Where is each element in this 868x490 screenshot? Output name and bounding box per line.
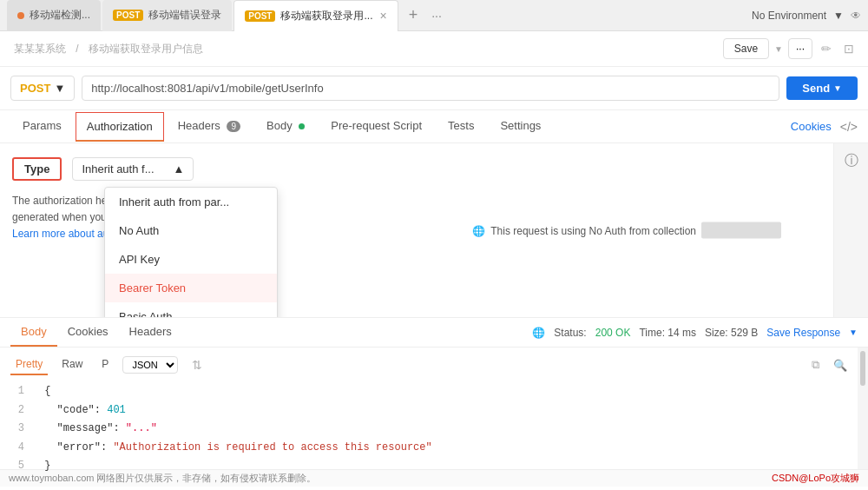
collection-name: 某某某测试系统 xyxy=(701,222,781,239)
nav-tabs: Params Authorization Headers 9 Body Pre-… xyxy=(0,110,868,143)
code-line-4: 4 "error": "Authorization is required to… xyxy=(10,439,847,458)
tab-authorization[interactable]: Authorization xyxy=(76,112,164,142)
tab-2[interactable]: POST 移动端错误登录 xyxy=(102,0,232,31)
tab-2-method: POST xyxy=(113,10,143,21)
bottom-tab-cookies-label: Cookies xyxy=(68,325,108,338)
method-label: POST xyxy=(20,82,50,95)
format-select[interactable]: JSON xyxy=(122,356,178,374)
tab-1[interactable]: 移动端检测... xyxy=(7,0,101,31)
save-button[interactable]: Save xyxy=(723,38,769,59)
bottom-tab-headers[interactable]: Headers xyxy=(119,318,182,347)
env-dropdown-arrow[interactable]: ▼ xyxy=(833,10,844,22)
url-input[interactable] xyxy=(82,76,779,101)
response-area: Pretty Raw P JSON ⇅ ⧉ 🔍 1 { xyxy=(0,348,868,469)
method-arrow: ▼ xyxy=(54,82,65,95)
bottom-tab-body[interactable]: Body xyxy=(10,318,57,347)
dropdown-item-api-key[interactable]: API Key xyxy=(105,245,277,274)
bottom-tab-headers-label: Headers xyxy=(129,325,172,338)
resp-format-icon[interactable]: ⇅ xyxy=(192,358,202,372)
info-icon[interactable]: ⓘ xyxy=(845,152,858,170)
more-button[interactable]: ··· xyxy=(788,38,812,59)
response-tabs: Pretty Raw P JSON ⇅ ⧉ 🔍 xyxy=(10,354,847,375)
edit-button[interactable]: ✏ xyxy=(818,40,835,57)
auth-type-dropdown-menu: Inherit auth from par... No Auth API Key… xyxy=(104,187,278,317)
dropdown-item-no-auth[interactable]: No Auth xyxy=(105,216,277,245)
tab-settings-label: Settings xyxy=(500,119,541,132)
cookies-link[interactable]: Cookies xyxy=(791,120,832,133)
csdn-watermark: CSDN@LoPo攻城狮 xyxy=(772,472,859,485)
scroll-thumb[interactable] xyxy=(860,351,865,386)
status-ok: 200 OK xyxy=(595,327,631,339)
globe-icon-status: 🌐 xyxy=(532,327,545,339)
tab-dot xyxy=(17,12,24,19)
resp-tab-pretty[interactable]: Pretty xyxy=(10,354,48,375)
type-dropdown-value: Inherit auth f... xyxy=(82,162,154,175)
breadcrumb: 某某某系统 / 移动端获取登录用户信息 xyxy=(10,42,207,56)
code-icon[interactable]: </> xyxy=(840,120,858,134)
tab-settings[interactable]: Settings xyxy=(488,110,553,142)
method-select[interactable]: POST ▼ xyxy=(10,76,75,101)
tab-tests[interactable]: Tests xyxy=(436,110,486,142)
breadcrumb-root: 某某某系统 xyxy=(14,43,66,55)
tab-3[interactable]: POST 移动端获取登录用... × xyxy=(233,0,398,31)
env-label: No Environment xyxy=(752,10,826,22)
bottom-tabs: Body Cookies Headers 🌐 Status: 200 OK Ti… xyxy=(0,318,868,348)
header-actions: Save ▼ ··· ✏ ⊡ xyxy=(723,38,858,59)
headers-badge: 9 xyxy=(227,121,240,132)
save-resp-arrow[interactable]: ▼ xyxy=(849,328,858,337)
status-bar: 🌐 Status: 200 OK Time: 14 ms Size: 529 B… xyxy=(532,327,858,339)
tab-tests-label: Tests xyxy=(448,119,474,132)
watermark-text: www.toymoban.com 网络图片仅供展示，非存储，如有侵权请联系删除。 xyxy=(9,472,316,485)
search-icon[interactable]: 🔍 xyxy=(833,359,847,372)
breadcrumb-bar: 某某某系统 / 移动端获取登录用户信息 Save ▼ ··· ✏ ⊡ xyxy=(0,31,868,67)
resp-tab-raw[interactable]: Raw xyxy=(56,354,88,375)
code-block: 1 { 2 "code": 401 3 "message": "..." xyxy=(10,382,847,476)
copy-icon[interactable]: ⧉ xyxy=(812,358,819,372)
tab-prerequest[interactable]: Pre-request Script xyxy=(319,110,434,142)
tab-3-close[interactable]: × xyxy=(380,9,387,23)
send-arrow: ▼ xyxy=(833,83,842,93)
tab-more-button[interactable]: ··· xyxy=(426,9,447,23)
tab-prerequest-label: Pre-request Script xyxy=(331,119,422,132)
status-size: Size: 529 B xyxy=(705,327,758,339)
auth-panel: Type Inherit auth f... ▲ Inherit auth fr… xyxy=(0,143,833,317)
send-label: Send xyxy=(802,82,830,95)
code-line-1: 1 { xyxy=(10,382,847,401)
globe-icon: 🌐 xyxy=(472,224,485,236)
tab-add-button[interactable]: + xyxy=(400,6,427,24)
dropdown-item-bearer-token[interactable]: Bearer Token xyxy=(105,274,277,302)
tab-1-label: 移动端检测... xyxy=(30,8,90,23)
scroll-area[interactable] xyxy=(858,348,868,469)
environment-selector: No Environment ▼ 👁 xyxy=(752,10,861,22)
type-section: Type Inherit auth f... ▲ xyxy=(12,157,821,181)
tab-body-label: Body xyxy=(266,119,293,132)
status-text: Status: xyxy=(554,327,586,339)
tab-params-label: Params xyxy=(23,119,62,132)
code-line-3: 3 "message": "..." xyxy=(10,420,847,439)
type-dropdown[interactable]: Inherit auth f... ▲ xyxy=(72,157,194,181)
info-text: This request is using No Auth from colle… xyxy=(490,224,696,236)
breadcrumb-separator: / xyxy=(76,43,78,55)
tab-headers[interactable]: Headers 9 xyxy=(166,110,253,142)
type-dropdown-arrow: ▲ xyxy=(174,162,185,175)
dropdown-item-inherit[interactable]: Inherit auth from par... xyxy=(105,188,277,216)
tab-2-label: 移动端错误登录 xyxy=(148,8,221,23)
response-left: Pretty Raw P JSON ⇅ ⧉ 🔍 1 { xyxy=(0,348,858,469)
save-response-link[interactable]: Save Response xyxy=(766,327,840,339)
tab-body[interactable]: Body xyxy=(254,110,317,142)
tab-params[interactable]: Params xyxy=(10,110,74,142)
tab-headers-label: Headers xyxy=(178,119,220,132)
breadcrumb-current: 移动端获取登录用户信息 xyxy=(89,43,203,55)
url-bar: POST ▼ Send ▼ xyxy=(0,67,868,110)
tab-bar: 移动端检测... POST 移动端错误登录 POST 移动端获取登录用... ×… xyxy=(0,0,868,31)
bottom-tab-cookies[interactable]: Cookies xyxy=(57,318,119,347)
right-icon-panel: ⓘ xyxy=(833,143,868,317)
eye-icon[interactable]: 👁 xyxy=(851,10,861,22)
download-button[interactable]: ⊡ xyxy=(840,40,858,57)
send-button[interactable]: Send ▼ xyxy=(786,76,858,100)
dropdown-item-basic-auth[interactable]: Basic Auth xyxy=(105,302,277,317)
code-line-2: 2 "code": 401 xyxy=(10,401,847,420)
resp-tab-preview[interactable]: P xyxy=(96,354,114,375)
tab-authorization-label: Authorization xyxy=(87,120,153,133)
body-dot xyxy=(299,123,305,129)
